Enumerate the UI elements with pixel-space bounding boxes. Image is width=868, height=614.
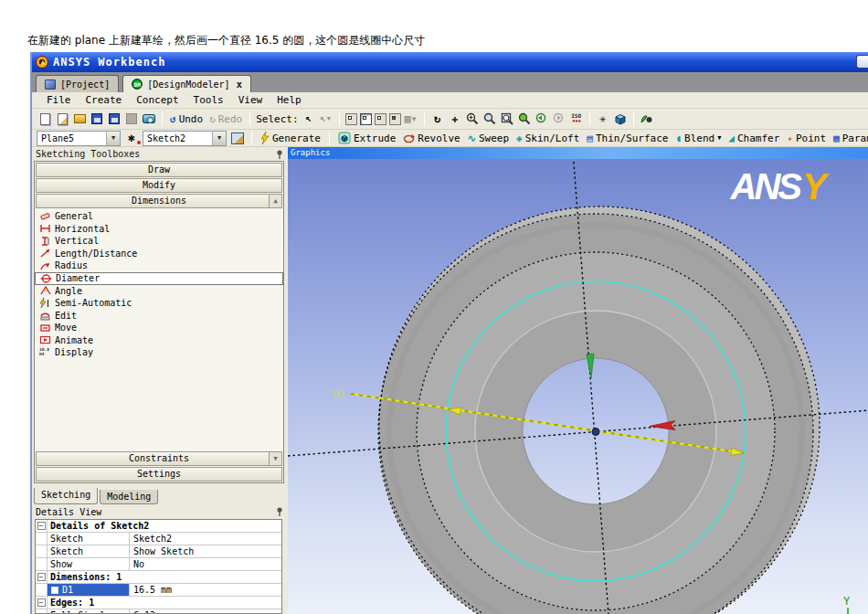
pin-icon[interactable]: [275, 506, 284, 517]
separator: [249, 112, 250, 126]
look-at-icon[interactable]: ✳: [596, 111, 610, 126]
face-filter-icon[interactable]: [375, 113, 386, 125]
generate-button[interactable]: Generate: [259, 132, 323, 144]
tab-close-icon[interactable]: x: [237, 79, 243, 90]
tool-semi-automatic[interactable]: Semi-Automatic: [35, 297, 283, 310]
tool-length-distance[interactable]: Length/Distance: [35, 248, 283, 260]
edge-filter-icon[interactable]: [360, 113, 372, 125]
group-draw[interactable]: Draw: [36, 163, 282, 177]
image-capture-icon[interactable]: [142, 111, 156, 126]
tool-diameter[interactable]: Diameter: [35, 272, 283, 285]
edit-page-icon[interactable]: [55, 111, 69, 126]
vertex-filter-icon[interactable]: [345, 113, 357, 125]
menu-file[interactable]: File: [39, 93, 79, 107]
window-control-button[interactable]: [856, 55, 868, 69]
view-cube-icon[interactable]: [613, 111, 628, 126]
feature-toolbar: Plane5▼ ✱ Sketch2▼ Generate Extrude Revo…: [32, 130, 868, 147]
tool-horizontal[interactable]: Horizontal: [35, 223, 283, 236]
sweep-button[interactable]: ∿Sweep: [466, 132, 511, 144]
section-header: Dimensions: 1: [48, 572, 281, 582]
tab-modeling[interactable]: Modeling: [100, 490, 158, 504]
collapse-icon[interactable]: −: [37, 522, 46, 530]
pan-icon[interactable]: ✚: [448, 111, 462, 126]
tab-designmodeler[interactable]: DM [DesignModeler] x: [122, 75, 251, 92]
zoom-icon[interactable]: [482, 111, 497, 126]
tab-sketching[interactable]: Sketching: [34, 488, 98, 504]
tab-project[interactable]: [Project]: [36, 75, 119, 92]
dimension-d1-row: D116.5 mm: [36, 584, 281, 597]
title-bar[interactable]: ANSYS Workbench: [32, 52, 868, 72]
tool-display[interactable]: 10.8H4 Display: [35, 346, 283, 359]
toolbox-panel-header: Sketching Toolboxes: [32, 147, 288, 161]
details-view-header: Details View: [32, 505, 288, 518]
select-label: Select:: [256, 113, 298, 125]
redo-button: ↻Redo: [207, 113, 244, 125]
select-mode-dropdown-icon[interactable]: ↖▾: [319, 111, 333, 126]
tool-radius[interactable]: Radius: [35, 259, 283, 272]
new-file-icon[interactable]: [37, 111, 52, 126]
section-header: Edges: 1: [48, 598, 281, 608]
extend-selection-icon[interactable]: ▦▾: [404, 111, 418, 126]
origin-point: [592, 429, 599, 436]
animate-icon: [39, 334, 51, 345]
tool-angle[interactable]: Angle: [35, 285, 283, 298]
tool-move[interactable]: Move: [35, 322, 283, 334]
box-zoom-icon[interactable]: [500, 111, 514, 126]
section-header: Details of Sketch2: [48, 521, 281, 531]
graphics-pane: Graphics: [288, 147, 868, 614]
revolve-button[interactable]: Revolve: [401, 132, 461, 144]
table-row: −Dimensions: 1: [36, 571, 281, 584]
point-button[interactable]: ✦Point: [785, 132, 828, 144]
radius-icon: [39, 260, 51, 271]
open-folder-icon[interactable]: [72, 111, 87, 126]
pin-icon[interactable]: [275, 149, 284, 160]
tool-general[interactable]: General: [35, 210, 283, 223]
group-settings[interactable]: Settings: [36, 467, 282, 482]
scroll-up-icon: ▲: [269, 195, 281, 207]
angle-icon: [39, 285, 51, 296]
new-plane-icon[interactable]: ✱: [124, 131, 139, 145]
rotate-icon[interactable]: ↻: [430, 111, 445, 126]
zoom-fit-icon[interactable]: [517, 111, 532, 126]
save-as-icon[interactable]: [107, 111, 122, 126]
menu-concept[interactable]: Concept: [129, 93, 185, 107]
standard-toolbar: ↺Undo ↻Redo Select: ↖ ↖▾ ▦▾ ↻ ✚ ISO••• ✳: [32, 109, 868, 130]
new-sketch-icon[interactable]: [230, 131, 245, 145]
thin-surface-button[interactable]: ▤Thin/Surface: [585, 132, 670, 144]
undo-button[interactable]: ↺Undo: [168, 113, 205, 125]
tool-animate[interactable]: Animate: [35, 334, 283, 347]
blend-button[interactable]: ◖Blend▼: [673, 132, 723, 144]
collapse-icon[interactable]: −: [37, 598, 46, 607]
menu-tools[interactable]: Tools: [186, 93, 231, 107]
tool-vertical[interactable]: Vertical: [35, 235, 283, 248]
menu-help[interactable]: Help: [270, 93, 309, 107]
sketch-select[interactable]: Sketch2▼: [143, 131, 227, 146]
collapse-icon[interactable]: −: [37, 573, 46, 581]
group-modify[interactable]: Modify: [36, 178, 282, 193]
checkbox[interactable]: [51, 587, 58, 594]
dimension-label[interactable]: D1: [333, 387, 345, 399]
save-icon[interactable]: [90, 111, 104, 126]
skin-loft-button[interactable]: ◈Skin/Loft: [514, 132, 581, 144]
next-view-icon: [552, 111, 566, 126]
select-cursor-icon[interactable]: ↖: [302, 111, 316, 126]
body-filter-icon[interactable]: [389, 113, 401, 125]
group-dimensions[interactable]: Dimensions▲: [36, 194, 282, 208]
previous-view-icon[interactable]: [535, 111, 549, 126]
table-row: SketchSketch2: [36, 533, 281, 545]
plane-select[interactable]: Plane5▼: [37, 131, 121, 146]
ansys-watermark-white: ANS: [730, 166, 803, 206]
menu-create[interactable]: Create: [79, 93, 130, 107]
parameters-button[interactable]: ▦Parameters: [831, 132, 868, 144]
display-model-icon[interactable]: [640, 111, 654, 126]
menu-view[interactable]: View: [231, 93, 270, 107]
extrude-button[interactable]: Extrude: [336, 132, 397, 144]
group-constraints[interactable]: Constraints▼: [36, 451, 282, 466]
graphics-viewport[interactable]: D1 ANS Y Y: [288, 159, 868, 614]
tool-edit[interactable]: Edit: [35, 310, 283, 323]
iso-view-icon[interactable]: ISO•••: [569, 111, 584, 126]
table-row: Full CircleCr13: [36, 609, 281, 614]
chamfer-button[interactable]: ◢Chamfer: [726, 132, 781, 144]
zoom-in-icon[interactable]: [465, 111, 480, 126]
instruction-text: 在新建的 plane 上新建草绘，然后画一个直径 16.5 的圆，这个圆是线圈中…: [27, 33, 425, 48]
